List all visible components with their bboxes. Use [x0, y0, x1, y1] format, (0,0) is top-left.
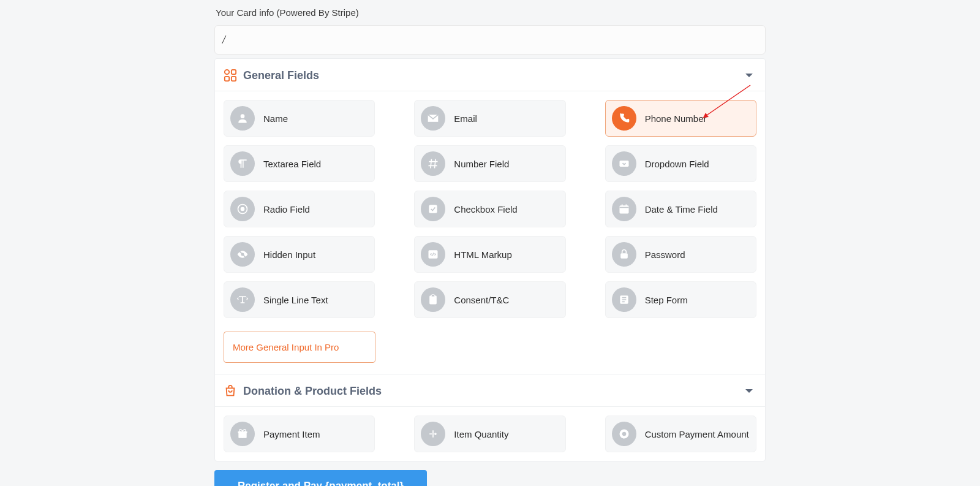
chevron-down-icon: [745, 389, 753, 393]
plus-minus-icon: [421, 422, 445, 446]
clipboard-icon: [421, 287, 445, 312]
paragraph-icon: [230, 151, 255, 176]
field-label: Step Form: [645, 295, 688, 305]
svg-rect-9: [619, 205, 628, 213]
field-label: Name: [263, 113, 288, 124]
field-label: Payment Item: [263, 429, 320, 439]
field-hidden[interactable]: Hidden Input: [224, 236, 375, 273]
field-label: Radio Field: [263, 204, 310, 215]
coin-icon: [612, 422, 636, 446]
field-label: Password: [645, 249, 685, 260]
svg-rect-2: [225, 77, 229, 81]
field-label: Number Field: [454, 159, 509, 169]
svg-point-19: [622, 432, 626, 436]
steps-icon: [612, 287, 636, 312]
more-general-pro-link[interactable]: More General Input In Pro: [224, 332, 375, 363]
field-label: Textarea Field: [263, 159, 321, 169]
svg-point-0: [225, 70, 229, 74]
apps-icon: [224, 69, 237, 82]
gift-icon: [230, 422, 255, 446]
field-label: Consent/T&C: [454, 295, 509, 305]
general-fields-header[interactable]: General Fields: [215, 59, 765, 91]
user-icon: [230, 106, 255, 131]
donation-fields-title: Donation & Product Fields: [243, 385, 382, 398]
text-icon: [230, 287, 255, 312]
svg-point-7: [241, 207, 245, 211]
lock-icon: [612, 242, 636, 267]
svg-rect-14: [432, 295, 435, 297]
eye-off-icon: [230, 242, 255, 267]
field-custom-payment[interactable]: Custom Payment Amount: [605, 416, 756, 452]
svg-rect-8: [429, 205, 437, 213]
field-checkbox[interactable]: Checkbox Field: [414, 191, 565, 227]
svg-rect-5: [619, 161, 628, 167]
svg-rect-13: [429, 295, 437, 304]
field-label: Dropdown Field: [645, 159, 709, 169]
field-single-line[interactable]: Single Line Text: [224, 281, 375, 318]
field-payment-item[interactable]: Payment Item: [224, 416, 375, 452]
general-fields-title: General Fields: [243, 69, 319, 82]
dropdown-icon: [612, 151, 636, 176]
card-input[interactable]: /: [214, 25, 766, 55]
svg-rect-12: [620, 253, 628, 258]
field-label: Item Quantity: [454, 429, 508, 439]
shopping-bag-icon: [224, 384, 237, 398]
field-consent[interactable]: Consent/T&C: [414, 281, 565, 318]
field-phone-number[interactable]: Phone Number: [605, 100, 756, 137]
section-title: Your Card info (Powered By Stripe): [214, 7, 766, 18]
field-label: Phone Number: [645, 113, 707, 124]
code-icon: [421, 242, 445, 267]
field-textarea[interactable]: Textarea Field: [224, 145, 375, 182]
field-label: HTML Markup: [454, 249, 511, 260]
field-number[interactable]: Number Field: [414, 145, 565, 182]
card-input-value: /: [222, 34, 225, 47]
field-step-form[interactable]: Step Form: [605, 281, 756, 318]
field-label: Single Line Text: [263, 295, 328, 305]
field-label: Hidden Input: [263, 249, 315, 260]
field-name[interactable]: Name: [224, 100, 375, 137]
svg-rect-1: [232, 70, 236, 74]
hash-icon: [421, 151, 445, 176]
svg-rect-3: [232, 77, 236, 81]
checkbox-icon: [421, 197, 445, 221]
field-dropdown[interactable]: Dropdown Field: [605, 145, 756, 182]
field-password[interactable]: Password: [605, 236, 756, 273]
field-label: Email: [454, 113, 477, 124]
field-item-quantity[interactable]: Item Quantity: [414, 416, 565, 452]
donation-fields-header[interactable]: Donation & Product Fields: [215, 374, 765, 407]
field-label: Custom Payment Amount: [645, 429, 749, 439]
field-radio[interactable]: Radio Field: [224, 191, 375, 227]
svg-point-4: [241, 114, 245, 118]
field-date-time[interactable]: Date & Time Field: [605, 191, 756, 227]
calendar-icon: [612, 197, 636, 221]
envelope-icon: [421, 106, 445, 131]
chevron-down-icon: [745, 74, 753, 77]
field-email[interactable]: Email: [414, 100, 565, 137]
field-label: Date & Time Field: [645, 204, 718, 215]
field-label: Checkbox Field: [454, 204, 517, 215]
field-html[interactable]: HTML Markup: [414, 236, 565, 273]
phone-icon: [612, 106, 636, 131]
submit-button[interactable]: Register and Pay {payment_total}: [214, 470, 427, 486]
radio-icon: [230, 197, 255, 221]
